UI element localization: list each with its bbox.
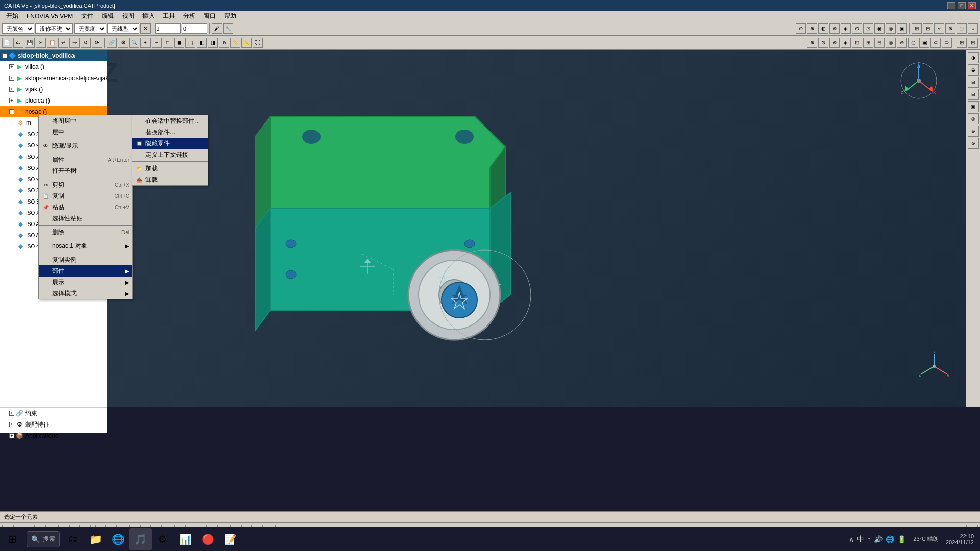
- tool-btn4[interactable]: ⊛: [945, 23, 955, 34]
- color1-select[interactable]: 无颜色: [2, 23, 34, 34]
- menu-item-帮助[interactable]: 帮助: [220, 11, 240, 21]
- rtb-btn1[interactable]: ◑: [968, 52, 979, 63]
- expand-vijak[interactable]: +: [9, 87, 14, 92]
- ctx-jiangtu[interactable]: 将图层中: [39, 115, 132, 127]
- t2-btn21[interactable]: 📏: [230, 38, 240, 48]
- taskbar-note[interactable]: 📝: [219, 528, 241, 550]
- t2-btn19[interactable]: ◨: [208, 38, 218, 48]
- rtb-btn4[interactable]: ⊟: [968, 89, 979, 100]
- tray-upload[interactable]: ↑: [867, 535, 871, 543]
- t2-btn7[interactable]: ↪: [69, 38, 80, 48]
- t2-btn12[interactable]: 🔍: [129, 38, 139, 48]
- menu-item-编辑[interactable]: 编辑: [97, 11, 118, 21]
- t2-btn5[interactable]: 📋: [47, 38, 57, 48]
- start-button[interactable]: ⊞: [0, 527, 24, 552]
- t2-btn23[interactable]: ⛶: [253, 38, 263, 48]
- taskbar-excel[interactable]: 📊: [174, 528, 197, 550]
- t2-right10[interactable]: ◌: [908, 38, 918, 48]
- t2-btn15[interactable]: □: [163, 38, 173, 48]
- t2-btn17[interactable]: ⬚: [185, 38, 195, 48]
- taskbar-folder[interactable]: 📁: [84, 528, 107, 550]
- taskbar-music[interactable]: 🎵: [129, 528, 152, 550]
- t2-btn2[interactable]: 🗂: [13, 38, 23, 48]
- ctx-component[interactable]: 部件 ▶: [39, 265, 132, 277]
- t2-right11[interactable]: ▣: [919, 38, 929, 48]
- sub-hide-part[interactable]: 🔲 隐藏零件: [132, 138, 208, 149]
- t2-right8[interactable]: ◎: [886, 38, 896, 48]
- close-button[interactable]: ✕: [968, 2, 976, 9]
- expand-plocica[interactable]: +: [9, 98, 14, 103]
- view-btn7[interactable]: ⊡: [863, 23, 873, 34]
- tree-item-apps[interactable]: + 📦 Applications: [0, 430, 107, 441]
- tool-btn2[interactable]: ⊟: [923, 23, 933, 34]
- t2-btn10[interactable]: 🔗: [107, 38, 117, 48]
- ctx-hide-show[interactable]: 👁 隐藏/显示: [39, 140, 132, 152]
- expand-icon[interactable]: -: [2, 53, 7, 58]
- t2-last2[interactable]: ⊟: [968, 38, 978, 48]
- ctx-cengzhong[interactable]: 层中: [39, 127, 132, 138]
- tree-item-feature[interactable]: + ⚙ 装配特征: [0, 419, 107, 430]
- ctx-delete[interactable]: 删除 Del: [39, 227, 132, 238]
- view-btn10[interactable]: ▣: [897, 23, 907, 34]
- t2-right13[interactable]: ⊃: [942, 38, 952, 48]
- minimize-button[interactable]: ─: [947, 2, 955, 9]
- ctx-display[interactable]: 展示 ▶: [39, 277, 132, 288]
- sub-load[interactable]: 📂 加载: [132, 163, 208, 174]
- j-input[interactable]: [155, 23, 181, 34]
- taskbar-browser[interactable]: 🌐: [107, 528, 129, 550]
- ctx-cut[interactable]: ✂ 剪切 Ctrl+X: [39, 179, 132, 190]
- tool-btn1[interactable]: ⊞: [912, 23, 922, 34]
- t2-btn13[interactable]: +: [140, 38, 151, 48]
- t2-right5[interactable]: ⊡: [852, 38, 862, 48]
- view-btn4[interactable]: ⊗: [829, 23, 840, 34]
- menu-item-视图[interactable]: 视图: [118, 11, 138, 21]
- t2-btn16[interactable]: ◼: [174, 38, 184, 48]
- tree-item-remenica[interactable]: + ▶ sklop-remenica-posteljica-vijak (): [0, 72, 107, 84]
- taskbar-settings[interactable]: ⚙: [152, 528, 174, 550]
- rtb-btn5[interactable]: ▣: [968, 101, 979, 112]
- view-btn9[interactable]: ◎: [886, 23, 896, 34]
- tree-item-vilica[interactable]: + ▶ vilica (): [0, 61, 107, 72]
- t2-right7[interactable]: ⊟: [874, 38, 885, 48]
- tree-item-plocica[interactable]: + ▶ plocica (): [0, 95, 107, 106]
- tool-btn3[interactable]: ⌖: [934, 23, 944, 34]
- ctx-properties[interactable]: 属性 Alt+Enter: [39, 154, 132, 165]
- ctx-select-mode[interactable]: 选择模式 ▶: [39, 288, 132, 299]
- expand-feature[interactable]: +: [9, 422, 14, 427]
- expand-vilica[interactable]: +: [9, 64, 14, 69]
- brush-btn[interactable]: 🖌: [212, 23, 222, 34]
- view-btn2[interactable]: ⊕: [807, 23, 817, 34]
- t2-btn11[interactable]: ⚙: [118, 38, 128, 48]
- view-btn8[interactable]: ◉: [874, 23, 885, 34]
- expand-yushu[interactable]: +: [9, 411, 14, 416]
- tool-btn6[interactable]: ○: [968, 23, 978, 34]
- t2-right6[interactable]: ⊞: [863, 38, 873, 48]
- rtb-btn8[interactable]: ⊗: [968, 138, 979, 149]
- color4-select[interactable]: 无线型: [107, 23, 139, 34]
- ctx-copy-instance[interactable]: 复制实例: [39, 254, 132, 265]
- t2-right1[interactable]: ⊕: [807, 38, 817, 48]
- rtb-btn3[interactable]: ⊞: [968, 77, 979, 88]
- sub-replace[interactable]: 替换部件...: [132, 127, 208, 138]
- sub-replace-session[interactable]: 在会话中替换部件...: [132, 115, 208, 127]
- tray-volume[interactable]: 🔊: [874, 535, 883, 543]
- tree-root[interactable]: - 🔷 sklop-blok_vodilica: [0, 50, 107, 61]
- magnet-btn[interactable]: 🔧: [223, 23, 233, 34]
- menu-item-窗口[interactable]: 窗口: [200, 11, 220, 21]
- t2-btn1[interactable]: 📄: [2, 38, 12, 48]
- t2-btn9[interactable]: ⟳: [92, 38, 102, 48]
- ctx-open-tree[interactable]: 打开子树: [39, 165, 132, 177]
- t2-right2[interactable]: ⊙: [818, 38, 828, 48]
- t2-btn4[interactable]: ✂: [36, 38, 46, 48]
- view-btn1[interactable]: ⊙: [796, 23, 806, 34]
- ctx-paste[interactable]: 📌 粘贴 Ctrl+V: [39, 202, 132, 213]
- expand-nosac[interactable]: -: [9, 109, 14, 114]
- expand-remenica[interactable]: +: [9, 76, 14, 81]
- t2-btn8[interactable]: ↺: [81, 38, 91, 48]
- t2-btn22[interactable]: 📐: [241, 38, 252, 48]
- t2-right3[interactable]: ⊗: [829, 38, 840, 48]
- t2-right4[interactable]: ◈: [841, 38, 851, 48]
- tool-btn5[interactable]: ◌: [957, 23, 967, 34]
- tray-battery[interactable]: 🔋: [897, 535, 906, 543]
- tray-network[interactable]: 🌐: [886, 535, 894, 543]
